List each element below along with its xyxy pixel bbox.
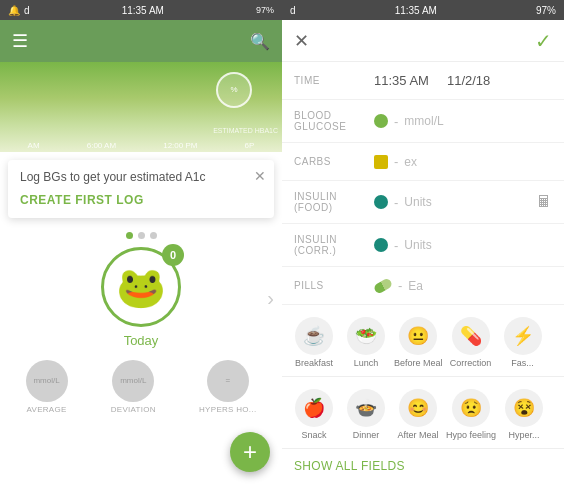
- pill-icon: [373, 277, 394, 295]
- close-button[interactable]: ✕: [294, 30, 309, 52]
- carbs-row[interactable]: CARBS - ex: [282, 143, 564, 181]
- insulin-food-row[interactable]: INSULIN (FOOD) - Units 🖩: [282, 181, 564, 224]
- time-label-12pm: 12:00 PM: [163, 141, 197, 150]
- meal-after[interactable]: 😊 After Meal: [392, 385, 444, 444]
- stat-hypers: = HYPERS HO...: [199, 360, 256, 414]
- pills-dash: -: [398, 278, 402, 293]
- hypers-circle: =: [207, 360, 249, 402]
- time-value[interactable]: 11:35 AM: [374, 73, 429, 88]
- status-time-right: 11:35 AM: [395, 5, 437, 16]
- pills-row[interactable]: PILLS - Ea: [282, 267, 564, 305]
- meal-lunch[interactable]: 🥗 Lunch: [340, 313, 392, 372]
- fast-icon: ⚡: [504, 317, 542, 355]
- blood-glucose-content: - mmol/L: [374, 114, 552, 129]
- time-labels: AM 6:00 AM 12:00 PM 6P: [0, 141, 282, 150]
- create-log-button[interactable]: CREATE FIRST LOG: [20, 193, 144, 207]
- hamburger-icon[interactable]: ☰: [12, 30, 28, 52]
- insulin-corr-label: INSULIN (CORR.): [294, 234, 374, 256]
- status-bar-left: 🔔 d 11:35 AM 97%: [0, 0, 282, 20]
- meal-dinner[interactable]: 🍲 Dinner: [340, 385, 392, 444]
- deviation-circle: mmol/L: [112, 360, 154, 402]
- meal-correction[interactable]: 💊 Correction: [445, 313, 497, 372]
- dinner-label: Dinner: [353, 430, 380, 440]
- estimated-label: ESTIMATED HBA1C: [213, 127, 278, 134]
- time-label-6p: 6P: [245, 141, 255, 150]
- dot-3: [150, 232, 157, 239]
- meal-breakfast[interactable]: ☕ Breakfast: [288, 313, 340, 372]
- correction-label: Correction: [450, 358, 492, 368]
- pills-content: - Ea: [374, 278, 552, 293]
- after-meal-label: After Meal: [397, 430, 438, 440]
- calculator-icon[interactable]: 🖩: [536, 193, 552, 211]
- meal-fast[interactable]: ⚡ Fas...: [497, 313, 549, 372]
- nav-arrow-right[interactable]: ›: [267, 286, 274, 309]
- time-label-6am: 6:00 AM: [87, 141, 116, 150]
- time-content: 11:35 AM 11/2/18: [374, 73, 552, 88]
- confirm-button[interactable]: ✓: [535, 29, 552, 53]
- show-all-fields-button[interactable]: SHOW ALL FIELDS: [282, 449, 564, 483]
- dot-1: [126, 232, 133, 239]
- right-panel: d 11:35 AM 97% ✕ ✓ TIME 11:35 AM 11/2/18…: [282, 0, 564, 500]
- today-label: Today: [124, 333, 159, 348]
- meal-snack[interactable]: 🍎 Snack: [288, 385, 340, 444]
- status-bar-right-icons: 97%: [256, 5, 274, 15]
- left-panel: 🔔 d 11:35 AM 97% ☰ 🔍 % ESTIMATED HBA1C A…: [0, 0, 282, 500]
- deviation-label: DEVIATION: [111, 405, 156, 414]
- status-time-left: 11:35 AM: [122, 5, 164, 16]
- search-icon[interactable]: 🔍: [250, 32, 270, 51]
- hypers-label: HYPERS HO...: [199, 405, 256, 414]
- fab-add-button[interactable]: +: [230, 432, 270, 472]
- carbs-label: CARBS: [294, 156, 374, 167]
- graph-area: % ESTIMATED HBA1C AM 6:00 AM 12:00 PM 6P: [0, 62, 282, 152]
- snack-icon: 🍎: [295, 389, 333, 427]
- hyper-label: Hyper...: [509, 430, 540, 440]
- insulin-corr-color-dot: [374, 238, 388, 252]
- notification-card: ✕ Log BGs to get your estimated A1c CREA…: [8, 160, 274, 218]
- lunch-icon: 🥗: [347, 317, 385, 355]
- hypo-label: Hypo feeling: [446, 430, 496, 440]
- blood-glucose-row[interactable]: BLOOD GLUCOSE - mmol/L: [282, 100, 564, 143]
- stats-row: mmol/L AVERAGE mmol/L DEVIATION = HYPERS…: [0, 352, 282, 418]
- glucose-display: 🐸 0 Today ›: [0, 247, 282, 348]
- blood-glucose-label: BLOOD GLUCOSE: [294, 110, 374, 132]
- before-meal-label: Before Meal: [394, 358, 443, 368]
- snack-label: Snack: [301, 430, 326, 440]
- carbs-dash: -: [394, 154, 398, 169]
- meal-before[interactable]: 😐 Before Meal: [392, 313, 445, 372]
- signal-icon: d: [24, 5, 30, 16]
- after-meal-icon: 😊: [399, 389, 437, 427]
- correction-icon: 💊: [452, 317, 490, 355]
- breakfast-label: Breakfast: [295, 358, 333, 368]
- lunch-label: Lunch: [354, 358, 379, 368]
- status-right-battery: 97%: [536, 5, 556, 16]
- glucose-circle: 🐸 0: [101, 247, 181, 327]
- insulin-corr-dash: -: [394, 238, 398, 253]
- status-bar-left-icons: 🔔 d: [8, 5, 30, 16]
- carbs-content: - ex: [374, 154, 552, 169]
- insulin-food-color-dot: [374, 195, 388, 209]
- insulin-corr-unit: Units: [404, 238, 431, 252]
- dot-2: [138, 232, 145, 239]
- insulin-corr-content: - Units: [374, 238, 552, 253]
- status-bar-right: d 11:35 AM 97%: [282, 0, 564, 20]
- pills-unit: Ea: [408, 279, 423, 293]
- carbs-color-dot: [374, 155, 388, 169]
- date-value[interactable]: 11/2/18: [447, 73, 490, 88]
- insulin-food-dash: -: [394, 195, 398, 210]
- status-right-left-icons: d: [290, 5, 296, 16]
- meal-hyper[interactable]: 😵 Hyper...: [498, 385, 550, 444]
- stat-average: mmol/L AVERAGE: [26, 360, 68, 414]
- carbs-unit: ex: [404, 155, 417, 169]
- insulin-corr-row[interactable]: INSULIN (CORR.) - Units: [282, 224, 564, 267]
- meal-hypo[interactable]: 😟 Hypo feeling: [444, 385, 498, 444]
- meal-icons-row-2: 🍎 Snack 🍲 Dinner 😊 After Meal 😟 Hypo fee…: [282, 377, 564, 449]
- hyper-icon: 😵: [505, 389, 543, 427]
- fast-label: Fas...: [511, 358, 534, 368]
- breakfast-icon: ☕: [295, 317, 333, 355]
- blood-glucose-unit: mmol/L: [404, 114, 443, 128]
- glucose-badge: 0: [162, 244, 184, 266]
- before-meal-icon: 😐: [399, 317, 437, 355]
- notification-icon: 🔔: [8, 5, 20, 16]
- close-notification-button[interactable]: ✕: [254, 168, 266, 184]
- insulin-food-content: - Units 🖩: [374, 193, 552, 211]
